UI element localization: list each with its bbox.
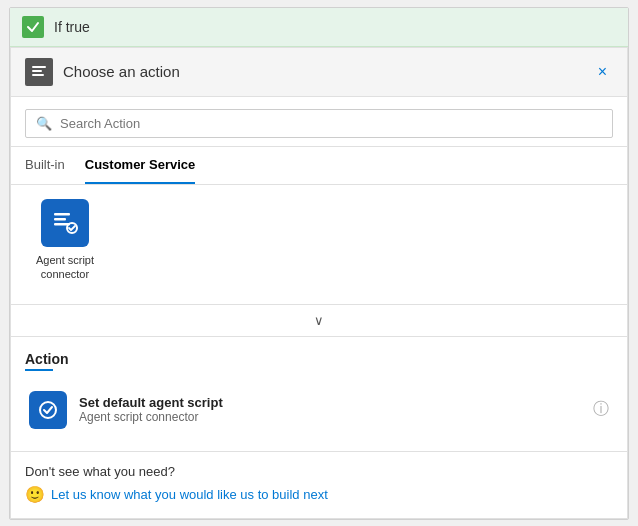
action-icon	[29, 391, 67, 429]
actions-section: Action Set default agent script Agent sc…	[11, 337, 627, 451]
dont-see-text: Don't see what you need?	[25, 464, 613, 479]
main-container: If true Choose an action × 🔍	[9, 7, 629, 520]
close-button[interactable]: ×	[592, 61, 613, 83]
panel-header-left: Choose an action	[25, 58, 180, 86]
panel-title: Choose an action	[63, 63, 180, 80]
action-name: Set default agent script	[79, 395, 223, 410]
action-panel: Choose an action × 🔍 Built-in Customer S…	[10, 47, 628, 519]
action-text-block: Set default agent script Agent script co…	[79, 395, 223, 424]
connector-label: Agent script connector	[25, 253, 105, 282]
connectors-area: Agent script connector	[11, 185, 627, 305]
svg-rect-3	[54, 213, 70, 216]
actions-section-title: Action	[25, 351, 613, 367]
feedback-link[interactable]: Let us know what you would like us to bu…	[51, 487, 328, 502]
svg-point-7	[40, 402, 56, 418]
smiley-icon: 🙂	[25, 485, 45, 504]
svg-rect-4	[54, 218, 66, 221]
svg-rect-2	[32, 74, 44, 76]
search-icon: 🔍	[36, 116, 52, 131]
tab-built-in[interactable]: Built-in	[25, 147, 65, 184]
search-input[interactable]	[60, 116, 602, 131]
if-true-header: If true	[10, 8, 628, 47]
action-left: Set default agent script Agent script co…	[29, 391, 223, 429]
connector-agent-script[interactable]: Agent script connector	[25, 199, 105, 282]
if-true-label: If true	[54, 19, 90, 35]
actions-underline	[25, 369, 53, 371]
search-container: 🔍	[11, 97, 627, 147]
tabs-container: Built-in Customer Service	[11, 147, 627, 185]
search-box[interactable]: 🔍	[25, 109, 613, 138]
feedback-row: 🙂 Let us know what you would like us to …	[25, 485, 613, 504]
info-icon[interactable]: ⓘ	[593, 399, 609, 420]
svg-rect-0	[32, 66, 46, 68]
footer-section: Don't see what you need? 🙂 Let us know w…	[11, 451, 627, 518]
connector-icon	[41, 199, 89, 247]
tab-customer-service[interactable]: Customer Service	[85, 147, 196, 184]
panel-header-icon	[25, 58, 53, 86]
action-connector: Agent script connector	[79, 410, 223, 424]
chevron-down-icon: ∨	[314, 313, 324, 328]
check-icon	[22, 16, 44, 38]
action-item[interactable]: Set default agent script Agent script co…	[25, 383, 613, 437]
chevron-row[interactable]: ∨	[11, 305, 627, 337]
panel-header: Choose an action ×	[11, 48, 627, 97]
svg-rect-1	[32, 70, 42, 72]
